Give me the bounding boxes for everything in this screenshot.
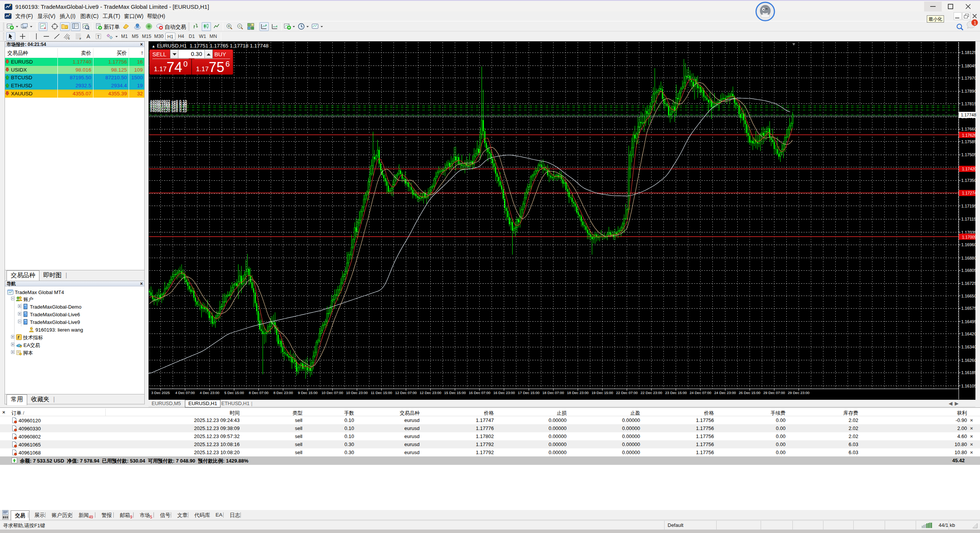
svg-text:16 Dec 07:00: 16 Dec 07:00 — [469, 391, 491, 395]
svg-text:1.16420: 1.16420 — [961, 332, 977, 336]
svg-text:8 Dec 23:00: 8 Dec 23:00 — [273, 391, 293, 395]
svg-text:1.16880: 1.16880 — [961, 256, 977, 260]
svg-text:1.17350: 1.17350 — [961, 178, 977, 183]
svg-text:1.17970: 1.17970 — [961, 76, 977, 80]
svg-text:1.16260: 1.16260 — [961, 358, 977, 363]
svg-text:9 Dec 15:00: 9 Dec 15:00 — [298, 391, 317, 395]
svg-text:12 Dec 23:00: 12 Dec 23:00 — [420, 391, 441, 395]
svg-text:23 Dec 15:00: 23 Dec 15:00 — [665, 391, 687, 395]
svg-text:1.17420: 1.17420 — [962, 167, 977, 171]
svg-text:1.17505: 1.17505 — [961, 152, 977, 157]
svg-text:1.17660: 1.17660 — [961, 127, 977, 131]
svg-text:8 Dec 07:00: 8 Dec 07:00 — [249, 391, 268, 395]
svg-text:16 Dec 23:00: 16 Dec 23:00 — [493, 391, 515, 395]
svg-text:29 Dec 23:00: 29 Dec 23:00 — [788, 391, 810, 395]
svg-text:1.17195: 1.17195 — [961, 204, 977, 208]
svg-text:1.16105: 1.16105 — [961, 384, 977, 388]
svg-text:1.16495: 1.16495 — [961, 319, 977, 324]
svg-text:1.17748: 1.17748 — [961, 113, 976, 117]
svg-text:10 Dec 23:00: 10 Dec 23:00 — [346, 391, 368, 395]
svg-text:24 Dec 07:00: 24 Dec 07:00 — [690, 391, 712, 395]
svg-text:4 Dec 23:00: 4 Dec 23:00 — [200, 391, 219, 395]
svg-text:4 Dec 07:00: 4 Dec 07:00 — [175, 391, 195, 395]
svg-text:17 Dec 15:00: 17 Dec 15:00 — [518, 391, 540, 395]
svg-text:22 Dec 07:00: 22 Dec 07:00 — [616, 391, 638, 395]
svg-text:E: E — [68, 37, 70, 40]
svg-text:18 Dec 07:00: 18 Dec 07:00 — [542, 391, 564, 395]
svg-text:1.16340: 1.16340 — [961, 345, 977, 349]
svg-text:3 Dec 2025: 3 Dec 2025 — [151, 391, 170, 395]
svg-text:29 Dec 07:00: 29 Dec 07:00 — [763, 391, 785, 395]
svg-text:1.17009: 1.17009 — [962, 235, 977, 239]
svg-text:1.16575: 1.16575 — [961, 306, 977, 311]
svg-text:1.18045: 1.18045 — [961, 64, 977, 68]
svg-text:1.16650: 1.16650 — [961, 294, 977, 298]
svg-text:F: F — [80, 38, 81, 40]
svg-text:1.17890: 1.17890 — [961, 89, 977, 93]
svg-text:1.16960: 1.16960 — [961, 242, 977, 247]
svg-text:1.17274: 1.17274 — [962, 191, 977, 195]
svg-text:5 Dec 15:00: 5 Dec 15:00 — [224, 391, 244, 395]
svg-text:1: 1 — [974, 20, 977, 26]
svg-text:10 Dec 07:00: 10 Dec 07:00 — [322, 391, 343, 395]
svg-text:12 Dec 07:00: 12 Dec 07:00 — [395, 391, 417, 395]
svg-text:22 Dec 23:00: 22 Dec 23:00 — [640, 391, 662, 395]
svg-text:26 Dec 15:00: 26 Dec 15:00 — [739, 391, 761, 395]
svg-text:#40960120 sell 0.10: #40960120 sell 0.10 — [150, 108, 187, 113]
svg-text:1.17626: 1.17626 — [962, 133, 977, 137]
svg-text:11 Dec 15:00: 11 Dec 15:00 — [371, 391, 392, 395]
svg-text:1.17115: 1.17115 — [961, 217, 976, 221]
svg-text:15 Dec 15:00: 15 Dec 15:00 — [444, 391, 466, 395]
svg-text:1.17585: 1.17585 — [961, 139, 977, 144]
svg-text:24 Dec 23:00: 24 Dec 23:00 — [714, 391, 736, 395]
svg-text:1.18125: 1.18125 — [961, 50, 977, 55]
svg-text:1.16725: 1.16725 — [961, 281, 977, 286]
svg-text:18 Dec 23:00: 18 Dec 23:00 — [567, 391, 589, 395]
svg-text:1.16805: 1.16805 — [961, 268, 977, 273]
svg-text:T: T — [97, 34, 100, 39]
svg-text:19 Dec 15:00: 19 Dec 15:00 — [591, 391, 613, 395]
svg-text:1.16185: 1.16185 — [961, 370, 977, 375]
svg-text:1.17815: 1.17815 — [961, 101, 977, 106]
